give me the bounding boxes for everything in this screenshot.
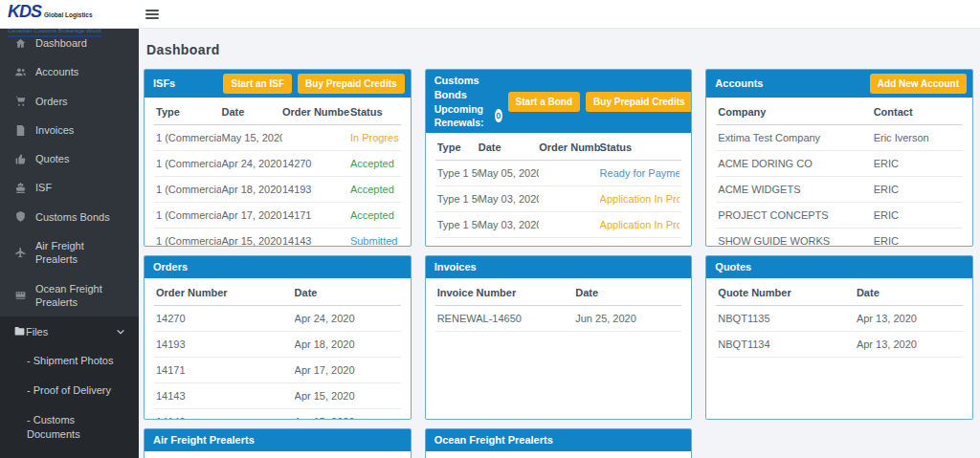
table-header: Quote Number Date: [716, 280, 963, 306]
table-row[interactable]: 1 (Commercial) Apr 15, 2020 14143 Submit…: [154, 229, 401, 247]
top-bar: KDS Global Logistics Canadian Customs Br…: [0, 0, 980, 29]
table-row[interactable]: Type 1 50k May 05, 2020 Ready for Paymen…: [435, 161, 682, 186]
invoices-card-title: Invoices: [434, 260, 477, 274]
invoices-card: Invoices Invoice Number Date RENEWAL-146…: [425, 255, 693, 420]
sidebar-item-label: Customs Bonds: [35, 210, 110, 224]
table-header: Order Number Date: [154, 280, 401, 306]
accounts-card: Accounts Add New Account Company Contact…: [705, 69, 973, 247]
ship-icon: [13, 289, 27, 301]
table-row[interactable]: Type 1 50k May 03, 2020 Application In P…: [435, 212, 682, 238]
brand-name: KDS: [8, 3, 41, 20]
page-title: Dashboard: [139, 29, 980, 69]
table-row[interactable]: 14143 Apr 15, 2020: [154, 383, 401, 409]
table-row[interactable]: PROJECT CONCEPTS ERIC: [716, 203, 963, 229]
table-row[interactable]: Type 1 50k May 03, 2020 Application In P…: [435, 186, 682, 212]
sidebar-item-label: Air Freight Prealerts: [35, 239, 125, 267]
table-row[interactable]: 1 (Commercial) May 15, 2020 In Progress: [154, 125, 401, 151]
buy-prepaid-credits-button[interactable]: Buy Prepaid Credits: [586, 92, 692, 112]
table-row[interactable]: ACME DORING CO ERIC: [716, 151, 963, 177]
customs-bonds-card-title: Customs Bonds: [434, 74, 502, 102]
quotes-card-title: Quotes: [715, 260, 751, 274]
table-row[interactable]: SHOW GUIDE WORKS ERIC: [716, 229, 963, 247]
start-bond-button[interactable]: Start a Bond: [508, 92, 580, 112]
customs-bonds-card: Customs Bonds Upcoming Renewals: 0 Start…: [425, 69, 693, 247]
sidebar-item-label: Ocean Freight Prealerts: [35, 282, 125, 310]
ship-icon: [13, 182, 27, 194]
main-content: Dashboard ISFs Start an ISF Buy Prepaid …: [139, 29, 980, 458]
thumbs-up-icon: [13, 153, 27, 165]
status-badge: Accepted: [350, 184, 399, 195]
sidebar-item-label: Quotes: [35, 152, 69, 165]
orders-card-title: Orders: [153, 260, 188, 274]
orders-card: Orders Order Number Date 14270 Apr 24, 2…: [144, 255, 412, 420]
invoice-icon: [13, 124, 27, 137]
add-new-account-button[interactable]: Add New Account: [870, 74, 967, 94]
table-row[interactable]: 14171 Apr 17, 2020: [154, 358, 401, 383]
status-badge: In Progress: [350, 132, 399, 143]
sidebar-item-label: Files: [26, 326, 116, 338]
table-row[interactable]: NBQT1134 Apr 13, 2020: [716, 332, 963, 358]
start-isf-button[interactable]: Start an ISF: [223, 74, 292, 94]
table-row[interactable]: 14193 Apr 18, 2020: [154, 332, 401, 358]
sidebar-item-orders[interactable]: Orders: [0, 87, 139, 116]
sidebar-item-isf[interactable]: ISF: [0, 173, 139, 202]
status-badge: Accepted: [350, 158, 399, 169]
air-freight-prealerts-card-title: Air Freight Prealerts: [153, 433, 255, 447]
renewals-count-badge: 0: [495, 109, 502, 122]
table-header: Invoice Number Date: [435, 280, 682, 306]
chevron-down-icon: [116, 327, 125, 337]
table-row[interactable]: NBQT1135 Apr 13, 2020: [716, 306, 963, 332]
status-badge: Ready for Payment: [600, 167, 680, 179]
sidebar-item-accounts[interactable]: Accounts: [0, 57, 139, 86]
plane-icon: [13, 247, 27, 259]
sidebar-item-label: Accounts: [35, 65, 78, 78]
brand-subtitle: Global Logistics: [44, 12, 93, 19]
table-row[interactable]: 1 (Commercial) Apr 17, 2020 14171 Accept…: [154, 203, 401, 229]
brand-logo[interactable]: KDS Global Logistics Canadian Customs Br…: [8, 3, 137, 37]
ocean-freight-prealerts-card: Ocean Freight Prealerts: [425, 428, 693, 458]
sidebar-item-label: Dashboard: [35, 36, 87, 50]
home-icon: [13, 37, 27, 50]
table-row[interactable]: 1 (Commercial) Apr 24, 2020 14270 Accept…: [154, 151, 401, 177]
sidebar-item-invoices[interactable]: Invoices: [0, 116, 139, 144]
sidebar-item-label: Invoices: [35, 123, 74, 137]
buy-prepaid-credits-button[interactable]: Buy Prepaid Credits: [298, 74, 405, 94]
sidebar-item-quotes[interactable]: Quotes: [0, 144, 139, 173]
isfs-card: ISFs Start an ISF Buy Prepaid Credits Ty…: [144, 69, 412, 247]
table-row[interactable]: 1 (Commercial) Apr 18, 2020 14193 Accept…: [154, 177, 401, 203]
sidebar-item-shipment-photos[interactable]: - Shipment Photos: [0, 346, 139, 376]
cart-icon: [13, 95, 27, 107]
status-badge: Application In Progress: [600, 193, 680, 205]
table-row[interactable]: 14270 Apr 24, 2020: [154, 306, 401, 332]
sidebar-item-ocean-freight-prealerts[interactable]: Ocean Freight Prealerts: [0, 274, 139, 317]
users-icon: [13, 66, 27, 78]
status-badge: Application In Progress: [600, 245, 680, 247]
table-row[interactable]: RENEWAL-14650 Jun 25, 2020: [435, 306, 682, 332]
table-row[interactable]: ACME WIDGETS ERIC: [716, 177, 963, 203]
sidebar: Dashboard Accounts Orders Invoices Quote…: [0, 29, 139, 458]
air-freight-prealerts-card: Air Freight Prealerts: [144, 428, 412, 458]
folder-icon: [13, 325, 26, 338]
shield-icon: [13, 210, 27, 223]
menu-toggle-icon[interactable]: [145, 10, 159, 19]
table-row[interactable]: Type 1 50k May 03, 2020 Application In P…: [435, 238, 682, 247]
table-header: Type Date Order Number Status: [435, 135, 682, 161]
table-row[interactable]: Extima Test Company Eric Iverson: [716, 125, 963, 151]
ocean-freight-prealerts-card-title: Ocean Freight Prealerts: [434, 433, 553, 447]
sidebar-files-section: Files - Shipment Photos - Proof of Deliv…: [0, 316, 139, 458]
isfs-card-title: ISFs: [153, 76, 175, 91]
status-badge: Accepted: [350, 209, 399, 221]
table-row[interactable]: 14142 Apr 15, 2020: [154, 409, 401, 420]
sidebar-item-customs-bonds[interactable]: Customs Bonds: [0, 203, 139, 231]
sidebar-item-label: ISF: [35, 181, 52, 194]
sidebar-item-customs-documents[interactable]: - Customs Documents: [0, 405, 105, 449]
accounts-card-title: Accounts: [715, 76, 763, 91]
sidebar-item-air-freight-prealerts[interactable]: Air Freight Prealerts: [0, 231, 139, 274]
brand-tagline: Canadian Customs Brokerage World: [8, 28, 101, 37]
dashboard-grid: ISFs Start an ISF Buy Prepaid Credits Ty…: [139, 69, 980, 458]
status-badge: Application In Progress: [600, 219, 680, 230]
sidebar-item-files[interactable]: Files: [0, 316, 139, 346]
sidebar-item-proof-of-delivery[interactable]: - Proof of Delivery: [0, 376, 139, 405]
sidebar-item-warehouse-receipts[interactable]: - Warehouse Receipts: [0, 449, 139, 458]
status-badge: Submitted: [350, 235, 399, 247]
